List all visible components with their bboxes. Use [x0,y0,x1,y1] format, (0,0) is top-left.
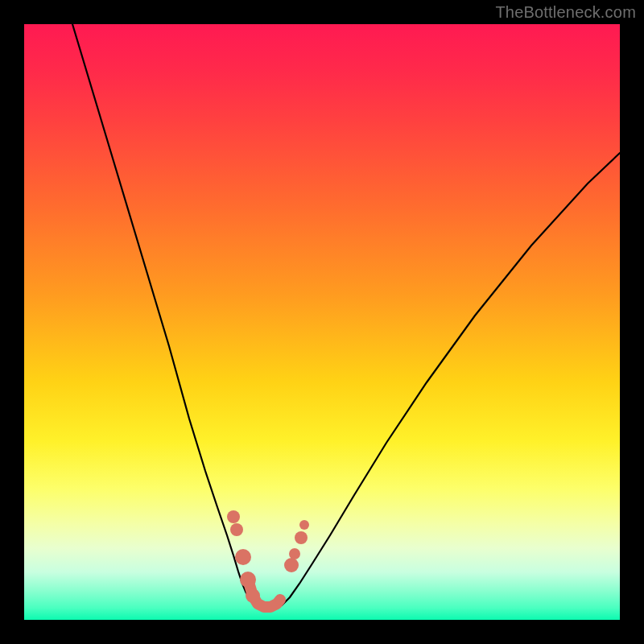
watermark-text: TheBottleneck.com [495,3,636,22]
curve-marker [275,595,285,605]
curve-marker [295,531,308,544]
curve-marker [246,588,260,603]
chart-frame: TheBottleneck.com [0,0,644,644]
curve-marker [289,548,300,559]
curve-marker [230,523,243,536]
curve-marker [284,558,299,572]
curve-marker [240,572,256,588]
curve-marker [227,510,240,523]
curve-layer [24,24,620,620]
marker-group [227,510,309,605]
curve-marker [299,520,309,530]
curve-marker [235,549,251,565]
curve-right-branch [282,153,620,605]
